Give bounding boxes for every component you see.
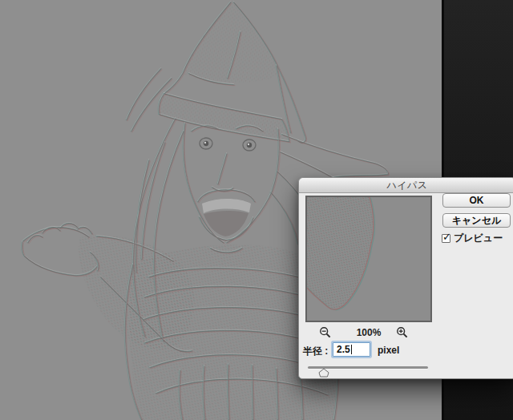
photoshop-workspace: ハイパス — [0, 0, 513, 420]
zoom-in-icon[interactable] — [396, 326, 409, 339]
radius-slider[interactable] — [308, 365, 428, 378]
preview-checkbox-row[interactable]: ✓ プレビュー — [442, 232, 503, 244]
ok-button[interactable]: OK — [442, 193, 511, 208]
high-pass-dialog: ハイパス — [298, 177, 513, 379]
filter-preview-thumbnail[interactable] — [305, 196, 432, 322]
cancel-button[interactable]: キャンセル — [442, 213, 511, 228]
text-caret — [351, 345, 352, 354]
dialog-titlebar[interactable]: ハイパス — [299, 178, 513, 193]
radius-row: 半径 : 2.5 pixel — [299, 342, 513, 357]
preview-checkbox-label: プレビュー — [454, 232, 503, 245]
zoom-level-value: 100% — [305, 327, 432, 338]
checkmark-icon: ✓ — [442, 231, 451, 243]
radius-value: 2.5 — [337, 344, 350, 355]
preview-highpass-detail — [307, 197, 430, 321]
radius-label: 半径 : — [303, 345, 328, 358]
dialog-title: ハイパス — [386, 179, 427, 192]
radius-input[interactable]: 2.5 — [333, 342, 370, 357]
preview-zoom-controls: 100% — [305, 325, 432, 340]
radius-unit-label: pixel — [378, 345, 399, 356]
preview-checkbox[interactable]: ✓ — [442, 234, 450, 243]
slider-thumb[interactable] — [318, 368, 329, 378]
